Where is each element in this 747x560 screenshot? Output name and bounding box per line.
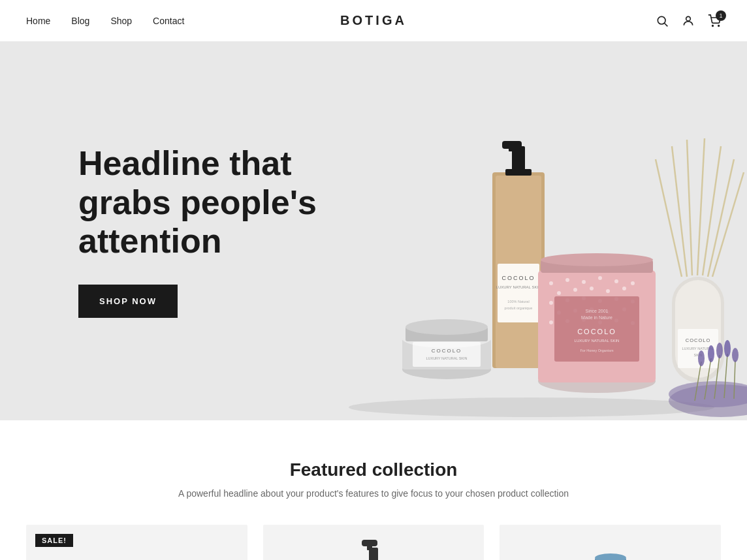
featured-section: Featured collection A powerful headline … [0, 420, 747, 560]
svg-rect-14 [505, 169, 532, 176]
svg-point-85 [716, 343, 723, 358]
nav-left: Home Blog Shop Contact [26, 16, 184, 26]
svg-point-32 [631, 281, 635, 285]
svg-point-86 [724, 340, 731, 357]
svg-rect-98 [362, 540, 377, 546]
svg-point-87 [732, 348, 739, 362]
svg-point-84 [708, 345, 714, 362]
svg-point-3 [712, 25, 714, 26]
nav-blog[interactable]: Blog [71, 16, 89, 26]
hero-section: Headline that grabs people's attention S… [0, 42, 747, 420]
product-visual-3 [500, 525, 721, 560]
svg-text:LUXURY NATURAL SKIN: LUXURY NATURAL SKIN [496, 285, 541, 289]
svg-text:LUXURY NATURAL SKIN: LUXURY NATURAL SKIN [575, 339, 620, 343]
svg-point-83 [698, 350, 705, 366]
svg-rect-22 [413, 342, 481, 367]
svg-point-36 [606, 289, 610, 293]
svg-point-0 [658, 16, 665, 24]
svg-point-38 [549, 301, 553, 305]
hero-content: Headline that grabs people's attention S… [0, 144, 340, 318]
svg-point-30 [598, 276, 602, 280]
cart-icon[interactable]: 1 [708, 14, 721, 27]
svg-point-56 [541, 253, 653, 266]
hero-products-illustration: COCOLO LUXURY NATURAL SKIN 100% Natural … [316, 81, 747, 420]
svg-point-37 [622, 287, 626, 290]
product-card-2[interactable] [263, 525, 485, 560]
nav-home[interactable]: Home [26, 16, 50, 26]
hero-headline: Headline that grabs people's attention [78, 144, 340, 261]
svg-line-69 [656, 159, 682, 277]
svg-point-49 [549, 320, 553, 324]
navbar: Home Blog Shop Contact BOTIGA 1 [0, 0, 747, 42]
product-grid: SALE! [26, 525, 721, 560]
account-icon[interactable] [682, 14, 695, 27]
svg-point-31 [614, 279, 618, 283]
site-logo[interactable]: BOTIGA [340, 13, 407, 28]
svg-text:Since 2001: Since 2001 [585, 309, 608, 313]
svg-point-34 [573, 288, 577, 292]
svg-text:COCOLO: COCOLO [577, 328, 616, 335]
svg-point-2 [686, 16, 691, 21]
svg-text:COCOLO: COCOLO [686, 337, 711, 343]
sale-badge: SALE! [35, 534, 73, 547]
hero-image: COCOLO LUXURY NATURAL SKIN 100% Natural … [316, 42, 747, 420]
search-icon[interactable] [656, 14, 669, 27]
svg-line-71 [687, 140, 692, 275]
svg-point-27 [549, 281, 553, 285]
svg-text:Made in Nature: Made in Nature [581, 315, 612, 320]
svg-point-103 [595, 553, 626, 560]
svg-text:COCOLO: COCOLO [432, 348, 462, 354]
nav-contact[interactable]: Contact [153, 16, 184, 26]
featured-title: Featured collection [26, 459, 721, 480]
svg-point-4 [718, 25, 720, 26]
svg-text:100% Natural: 100% Natural [507, 300, 529, 303]
svg-point-5 [349, 397, 714, 417]
svg-point-21 [405, 319, 488, 335]
svg-point-33 [557, 291, 561, 295]
svg-text:For Honey Organism: For Honey Organism [580, 349, 613, 352]
product-card-1[interactable]: SALE! [26, 525, 247, 560]
svg-text:produit organique: produit organique [505, 306, 533, 310]
svg-text:COCOLO: COCOLO [501, 275, 535, 281]
cart-badge: 1 [716, 10, 726, 21]
svg-point-29 [582, 280, 586, 284]
svg-point-35 [590, 287, 594, 290]
svg-point-28 [565, 278, 569, 282]
shop-now-button[interactable]: SHOP NOW [78, 285, 178, 318]
svg-line-70 [672, 146, 687, 277]
product-visual-2 [263, 525, 485, 560]
svg-line-72 [697, 138, 705, 275]
svg-rect-16 [502, 141, 522, 149]
nav-right: 1 [656, 14, 721, 27]
product-card-3[interactable] [500, 525, 721, 560]
nav-shop[interactable]: Shop [110, 16, 132, 26]
svg-rect-8 [498, 264, 539, 322]
featured-subtitle: A powerful headline about your product's… [26, 488, 721, 499]
svg-line-1 [665, 23, 668, 26]
svg-text:LUXURY NATURAL SKIN: LUXURY NATURAL SKIN [426, 356, 467, 360]
